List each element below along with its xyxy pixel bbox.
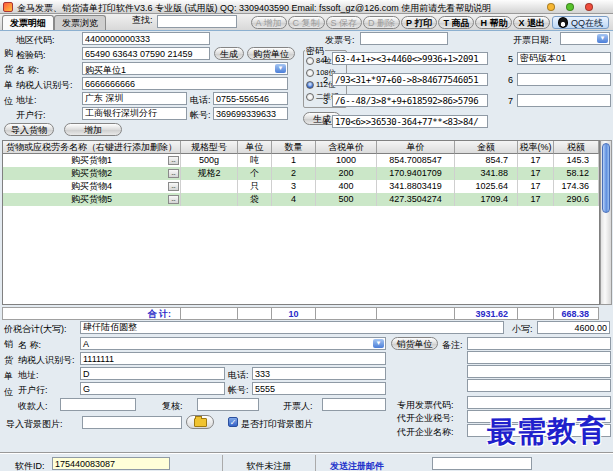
register-status: 软件未注册 — [222, 455, 316, 471]
chevron-down-icon[interactable]: ▼ — [597, 34, 608, 43]
buyer-unit-button[interactable]: 购货单位 — [247, 47, 295, 60]
import-goods-button[interactable]: 导入货物 — [4, 123, 54, 136]
goods-column-header: 税率(%) — [518, 141, 554, 154]
app-window: 金马发票、销货清单打印软件V3.6 专业版 (试用版) QQ: 33094035… — [0, 0, 613, 471]
software-id-input[interactable] — [52, 457, 170, 470]
payee-input[interactable] — [60, 398, 136, 411]
goods-cell: 17 — [518, 154, 554, 167]
invoice-no-input[interactable] — [360, 32, 448, 45]
amount-words-input[interactable] — [80, 321, 504, 334]
remark-line-input[interactable] — [467, 351, 611, 364]
buyer-taxid-input[interactable] — [82, 77, 288, 90]
cipher-line-5-input[interactable] — [517, 52, 611, 65]
remark-line-input[interactable] — [467, 337, 611, 350]
goods-cell: 17 — [518, 167, 554, 180]
radio-icon[interactable] — [306, 57, 314, 65]
toolbar-button-1: C 复制 — [288, 16, 325, 29]
tab-invoice-detail[interactable]: 发票明细 — [2, 15, 54, 30]
goods-row[interactable]: 购买货物1--500g吨11000854.7008547854.717145.3 — [3, 154, 599, 167]
toolbar-button-5[interactable]: T 商品 — [438, 16, 474, 29]
remark-line-input[interactable] — [467, 379, 611, 392]
buyer-bank-input[interactable] — [82, 107, 187, 120]
browse-folder-button[interactable] — [186, 415, 214, 429]
cipher-line-4-input[interactable] — [332, 115, 488, 128]
goods-cell: 4 — [272, 193, 316, 206]
review-input[interactable] — [197, 398, 259, 411]
add-goods-button[interactable]: 增加 — [64, 123, 122, 136]
totals-cell — [518, 307, 554, 320]
buyer-generate-button[interactable]: 生成 — [214, 47, 244, 60]
row-dropdown-button[interactable]: -- — [168, 169, 179, 178]
send-register-email-link[interactable]: 发送注册邮件 — [330, 460, 384, 471]
buyer-account-input[interactable] — [213, 107, 288, 120]
seller-name-select[interactable]: A ▼ — [80, 337, 386, 350]
cipher-line-2-input[interactable] — [332, 73, 488, 86]
radio-icon[interactable] — [306, 69, 314, 77]
goods-row[interactable]: 购买货物2--规格2个2200170.9401709341.881758.12 — [3, 167, 599, 180]
region-code-input[interactable] — [82, 32, 210, 45]
radio-icon[interactable] — [306, 81, 314, 89]
check-code-label: 检验码: — [16, 49, 46, 62]
invoice-no-label: 发票号: — [325, 34, 355, 47]
software-id-label: 软件ID: — [15, 460, 45, 471]
seller-unit-button[interactable]: 销货单位 — [391, 337, 438, 350]
remark-line-input[interactable] — [467, 365, 611, 378]
search-input[interactable] — [157, 15, 237, 28]
cipher-line-6-input[interactable] — [517, 73, 611, 86]
invoice-date-select[interactable]: ▼ — [560, 32, 610, 45]
toolbar-button-4[interactable]: P 打印 — [401, 16, 437, 29]
status-extra-input[interactable] — [432, 457, 532, 470]
buyer-phone-input[interactable] — [213, 92, 288, 105]
cipher-line-1-input[interactable] — [332, 52, 488, 65]
goods-table-scrollbar[interactable] — [600, 140, 612, 305]
buyer-address-input[interactable] — [82, 92, 187, 105]
goods-column-header: 税额 — [554, 141, 599, 154]
toolbar-button-7[interactable]: X 退出 — [513, 16, 550, 29]
seller-bank-label: 开户行: — [18, 384, 48, 397]
amount-figure-input[interactable] — [537, 321, 610, 334]
drawer-input[interactable] — [322, 398, 386, 411]
buyer-name-select[interactable]: 购买单位1 ▼ — [82, 62, 288, 75]
goods-cell: 170.9401709 — [377, 167, 455, 180]
print-bg-label: 是否打印背景图片 — [241, 418, 313, 431]
goods-row[interactable]: 购买货物4--只3400341.88034191025.6417174.36 — [3, 180, 599, 193]
seller-address-input[interactable] — [80, 367, 225, 380]
goods-row[interactable]: 购买货物5--袋4500427.35042741709.417290.6 — [3, 193, 599, 206]
remark-lines — [467, 337, 611, 393]
watermark: 最需教育 — [487, 411, 608, 453]
goods-cell: 规格2 — [181, 167, 238, 180]
close-button[interactable] — [585, 3, 593, 11]
row-dropdown-button[interactable]: -- — [168, 182, 179, 191]
qq-online-button[interactable]: QQ在线 — [552, 16, 609, 29]
scrollbar-thumb[interactable] — [602, 143, 610, 213]
chevron-down-icon[interactable]: ▼ — [275, 64, 286, 73]
amount-figure-label: 小写: — [512, 323, 533, 336]
check-code-input[interactable] — [82, 47, 210, 60]
goods-cell: 购买货物1-- — [3, 154, 181, 167]
toolbar-button-6[interactable]: H 帮助 — [475, 16, 512, 29]
cipher-line-no: 1 — [323, 54, 328, 64]
folder-icon — [194, 418, 207, 427]
tab-invoice-browse[interactable]: 发票浏览 — [54, 15, 106, 30]
minimize-button[interactable] — [547, 3, 555, 11]
row-dropdown-button[interactable]: -- — [168, 195, 179, 204]
zoom-button[interactable] — [566, 3, 574, 11]
seller-phone-input[interactable] — [252, 367, 386, 380]
radio-icon[interactable] — [306, 93, 314, 101]
goods-cell: 58.12 — [554, 167, 599, 180]
bg-image-input[interactable] — [82, 416, 182, 429]
print-bg-checkbox[interactable]: ✓ — [228, 417, 238, 427]
goods-cell: 购买货物2-- — [3, 167, 181, 180]
totals-cell — [238, 307, 272, 320]
cipher-line-3-input[interactable] — [332, 94, 488, 107]
remark-label: 备注: — [442, 339, 463, 352]
special-code-input[interactable] — [467, 396, 611, 409]
cipher-line-7-input[interactable] — [517, 94, 611, 107]
agent-taxno-label: 代开企业税号: — [397, 412, 454, 425]
seller-bank-input[interactable] — [80, 382, 225, 395]
seller-account-input[interactable] — [252, 382, 386, 395]
goods-cell: 1 — [272, 154, 316, 167]
seller-taxid-input[interactable] — [80, 352, 386, 365]
row-dropdown-button[interactable]: -- — [168, 156, 179, 165]
chevron-down-icon[interactable]: ▼ — [373, 339, 384, 348]
